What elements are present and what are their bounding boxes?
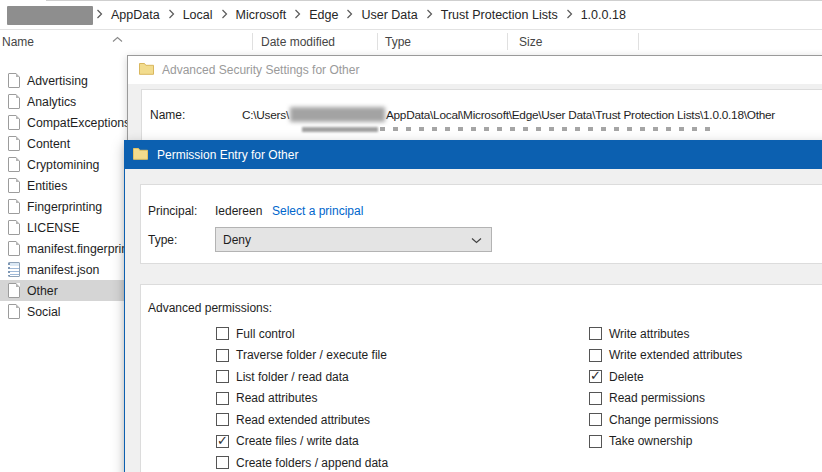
- column-separator[interactable]: [252, 33, 253, 50]
- redacted-username: [290, 107, 385, 122]
- column-header-size[interactable]: Size: [519, 35, 542, 49]
- checkbox[interactable]: ✓: [216, 349, 229, 362]
- permission-checkbox-row[interactable]: ✓Read permissions: [589, 388, 742, 410]
- permission-label: Write attributes: [609, 327, 689, 341]
- column-separator[interactable]: [507, 33, 508, 50]
- breadcrumb-segment[interactable]: User Data: [361, 8, 417, 22]
- file-row[interactable]: Fingerprinting: [0, 196, 132, 217]
- redacted-user-segment: [7, 6, 93, 25]
- file-name: Advertising: [27, 74, 88, 88]
- column-header-name[interactable]: Name: [2, 35, 34, 49]
- checkbox[interactable]: ✓: [589, 370, 602, 383]
- file-icon: [8, 157, 20, 172]
- folder-icon: [133, 147, 148, 163]
- notepad-icon: [8, 262, 20, 277]
- file-icon: [8, 115, 20, 130]
- type-label: Type:: [148, 233, 177, 247]
- column-separator[interactable]: [377, 33, 378, 50]
- principal-type-panel: Principal: Iedereen Select a principal T…: [140, 184, 822, 264]
- column-header-date-modified[interactable]: Date modified: [261, 35, 335, 49]
- file-icon: [8, 304, 20, 319]
- dialog-title: Advanced Security Settings for Other: [162, 63, 359, 77]
- file-name: CompatExceptions: [27, 116, 130, 130]
- permission-label: Read permissions: [609, 391, 705, 405]
- column-header-type[interactable]: Type: [385, 35, 411, 49]
- object-name-row: Name: C:\Users\AppData\Local\Microsoft\E…: [150, 107, 775, 122]
- permission-checkbox-row[interactable]: ✓Write extended attributes: [589, 345, 742, 367]
- file-row[interactable]: manifest.json: [0, 259, 132, 280]
- file-row[interactable]: Social: [0, 301, 132, 322]
- screen: AppData Local Microsoft Edge User Data T…: [0, 0, 822, 472]
- folder-icon: [139, 62, 154, 78]
- permission-entry-dialog: Permission Entry for Other Principal: Ie…: [124, 140, 822, 472]
- file-list: Advertising Analytics CompatExceptions C…: [0, 70, 132, 322]
- checkbox[interactable]: ✓: [589, 327, 602, 340]
- permission-checkbox-row[interactable]: ✓Create folders / append data: [216, 452, 388, 472]
- checkbox[interactable]: ✓: [216, 327, 229, 340]
- permission-checkbox-row[interactable]: ✓Take ownership: [589, 431, 742, 453]
- file-row[interactable]: Other: [0, 280, 132, 301]
- file-icon: [8, 220, 20, 235]
- chevron-right-icon: [426, 8, 433, 22]
- column-headers: Name Date modified Type Size: [0, 30, 822, 53]
- permission-label: Create folders / append data: [236, 456, 388, 470]
- permission-checkbox-row[interactable]: ✓Traverse folder / execute file: [216, 345, 388, 367]
- checkbox[interactable]: ✓: [589, 435, 602, 448]
- checkbox[interactable]: ✓: [216, 392, 229, 405]
- permission-label: List folder / read data: [236, 370, 349, 384]
- permission-checkbox-row[interactable]: ✓Full control: [216, 323, 388, 345]
- file-row[interactable]: CompatExceptions: [0, 112, 132, 133]
- checkbox[interactable]: ✓: [589, 349, 602, 362]
- permission-label: Traverse folder / execute file: [236, 348, 387, 362]
- dialog-titlebar[interactable]: Permission Entry for Other: [125, 141, 822, 169]
- breadcrumb-segment[interactable]: Local: [183, 8, 213, 22]
- file-row[interactable]: Analytics: [0, 91, 132, 112]
- file-row[interactable]: Content: [0, 133, 132, 154]
- file-row[interactable]: Cryptomining: [0, 154, 132, 175]
- breadcrumb-segment[interactable]: Microsoft: [236, 8, 287, 22]
- advanced-permissions-label: Advanced permissions:: [148, 301, 272, 315]
- checkbox[interactable]: ✓: [216, 413, 229, 426]
- file-name: LICENSE: [27, 221, 80, 235]
- select-principal-link[interactable]: Select a principal: [272, 204, 363, 218]
- file-row[interactable]: Advertising: [0, 70, 132, 91]
- principal-value: Iedereen: [215, 204, 262, 218]
- checkbox[interactable]: ✓: [216, 456, 229, 469]
- breadcrumb-segment[interactable]: Trust Protection Lists: [441, 8, 558, 22]
- permission-checkbox-row[interactable]: ✓Delete: [589, 366, 742, 388]
- chevron-down-icon: [471, 233, 482, 247]
- permission-checkbox-row[interactable]: ✓Create files / write data: [216, 431, 388, 453]
- breadcrumb: AppData Local Microsoft Edge User Data T…: [0, 1, 822, 30]
- permission-label: Write extended attributes: [609, 348, 742, 362]
- permission-checkbox-row[interactable]: ✓List folder / read data: [216, 366, 388, 388]
- checkbox[interactable]: ✓: [589, 413, 602, 426]
- permission-checkbox-row[interactable]: ✓Read attributes: [216, 388, 388, 410]
- file-icon: [8, 178, 20, 193]
- type-dropdown-value: Deny: [223, 233, 251, 247]
- file-row[interactable]: LICENSE: [0, 217, 132, 238]
- file-icon: [8, 283, 20, 298]
- permission-checkbox-row[interactable]: ✓Write attributes: [589, 323, 742, 345]
- file-row[interactable]: manifest.fingerprint: [0, 238, 132, 259]
- breadcrumb-segment[interactable]: 1.0.0.18: [581, 8, 626, 22]
- breadcrumb-segment[interactable]: Edge: [309, 8, 338, 22]
- object-path: C:\Users\AppData\Local\Microsoft\Edge\Us…: [242, 107, 775, 122]
- dialog-titlebar[interactable]: Advanced Security Settings for Other: [128, 56, 822, 84]
- permission-label: Take ownership: [609, 434, 692, 448]
- breadcrumb-segment[interactable]: AppData: [111, 8, 160, 22]
- permission-label: Full control: [236, 327, 295, 341]
- column-separator[interactable]: [638, 33, 639, 50]
- type-dropdown[interactable]: Deny: [215, 227, 492, 252]
- chevron-right-icon: [346, 8, 353, 22]
- permissions-column-left: ✓Full control ✓Traverse folder / execute…: [216, 323, 388, 472]
- permission-checkbox-row[interactable]: ✓Change permissions: [589, 409, 742, 431]
- chevron-right-icon: [566, 8, 573, 22]
- checkbox[interactable]: ✓: [216, 370, 229, 383]
- file-name: Social: [27, 305, 61, 319]
- checkbox[interactable]: ✓: [589, 392, 602, 405]
- file-icon: [8, 199, 20, 214]
- file-row[interactable]: Entities: [0, 175, 132, 196]
- file-name: Cryptomining: [27, 158, 99, 172]
- permission-checkbox-row[interactable]: ✓Read extended attributes: [216, 409, 388, 431]
- checkbox[interactable]: ✓: [216, 435, 229, 448]
